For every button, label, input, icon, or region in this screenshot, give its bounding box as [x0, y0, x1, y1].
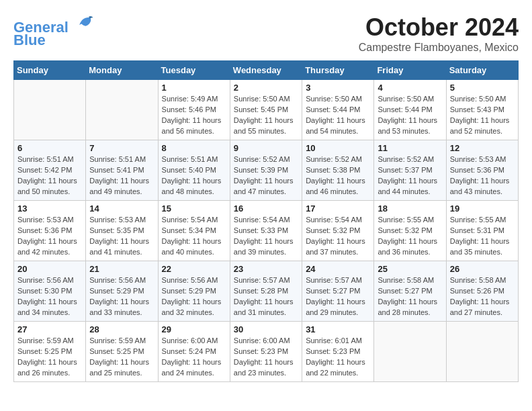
day-number: 6 — [17, 143, 82, 153]
calendar-cell: 9Sunrise: 5:52 AMSunset: 5:39 PMDaylight… — [230, 140, 302, 201]
day-number: 4 — [378, 83, 442, 93]
day-info: Sunrise: 5:59 AMSunset: 5:25 PMDaylight:… — [17, 336, 82, 379]
day-info: Sunrise: 5:49 AMSunset: 5:46 PMDaylight:… — [162, 94, 226, 137]
day-number: 24 — [306, 264, 370, 274]
calendar-cell: 14Sunrise: 5:53 AMSunset: 5:35 PMDayligh… — [86, 201, 158, 261]
calendar-cell: 16Sunrise: 5:54 AMSunset: 5:33 PMDayligh… — [230, 201, 302, 261]
day-number: 12 — [450, 143, 515, 153]
day-number: 13 — [17, 203, 82, 214]
day-number: 16 — [234, 203, 298, 214]
calendar-cell: 12Sunrise: 5:53 AMSunset: 5:36 PMDayligh… — [446, 140, 518, 201]
calendar-cell: 27Sunrise: 5:59 AMSunset: 5:25 PMDayligh… — [14, 322, 86, 382]
day-number: 17 — [306, 203, 370, 214]
logo-bird-icon — [75, 13, 94, 32]
day-number: 2 — [234, 83, 298, 93]
calendar-table: SundayMondayTuesdayWednesdayThursdayFrid… — [13, 60, 519, 382]
day-info: Sunrise: 5:51 AMSunset: 5:40 PMDaylight:… — [162, 154, 226, 197]
calendar-cell: 3Sunrise: 5:50 AMSunset: 5:44 PMDaylight… — [302, 80, 374, 140]
day-number: 5 — [450, 83, 515, 93]
day-info: Sunrise: 5:56 AMSunset: 5:30 PMDaylight:… — [17, 275, 82, 318]
calendar-cell: 18Sunrise: 5:55 AMSunset: 5:32 PMDayligh… — [374, 201, 446, 261]
day-number: 18 — [378, 203, 442, 214]
weekday-header-row: SundayMondayTuesdayWednesdayThursdayFrid… — [14, 61, 519, 80]
calendar-cell — [446, 322, 518, 382]
day-info: Sunrise: 5:56 AMSunset: 5:29 PMDaylight:… — [89, 275, 154, 318]
calendar-cell: 8Sunrise: 5:51 AMSunset: 5:40 PMDaylight… — [158, 140, 230, 201]
day-info: Sunrise: 6:00 AMSunset: 5:23 PMDaylight:… — [234, 336, 298, 379]
day-number: 14 — [89, 203, 154, 214]
calendar-cell: 21Sunrise: 5:56 AMSunset: 5:29 PMDayligh… — [86, 261, 158, 322]
calendar-cell — [86, 80, 158, 140]
day-info: Sunrise: 5:50 AMSunset: 5:44 PMDaylight:… — [306, 94, 370, 137]
day-number: 28 — [89, 324, 154, 334]
calendar-cell: 10Sunrise: 5:52 AMSunset: 5:38 PMDayligh… — [302, 140, 374, 201]
day-number: 31 — [306, 324, 370, 334]
day-info: Sunrise: 5:52 AMSunset: 5:39 PMDaylight:… — [234, 154, 298, 197]
day-number: 29 — [162, 324, 226, 334]
calendar-cell: 13Sunrise: 5:53 AMSunset: 5:36 PMDayligh… — [14, 201, 86, 261]
calendar-week-row: 20Sunrise: 5:56 AMSunset: 5:30 PMDayligh… — [14, 261, 519, 322]
day-number: 15 — [162, 203, 226, 214]
calendar-cell: 6Sunrise: 5:51 AMSunset: 5:42 PMDaylight… — [14, 140, 86, 201]
day-number: 3 — [306, 83, 370, 93]
day-info: Sunrise: 5:58 AMSunset: 5:27 PMDaylight:… — [378, 275, 442, 318]
weekday-header-monday: Monday — [86, 61, 158, 80]
day-number: 22 — [162, 264, 226, 274]
day-number: 9 — [234, 143, 298, 153]
day-number: 26 — [450, 264, 515, 274]
day-number: 27 — [17, 324, 82, 334]
title-block: October 2024 Campestre Flamboyanes, Mexi… — [359, 13, 519, 54]
weekday-header-tuesday: Tuesday — [158, 61, 230, 80]
calendar-week-row: 13Sunrise: 5:53 AMSunset: 5:36 PMDayligh… — [14, 201, 519, 261]
location: Campestre Flamboyanes, Mexico — [359, 42, 519, 54]
day-info: Sunrise: 5:54 AMSunset: 5:33 PMDaylight:… — [234, 215, 298, 258]
calendar-cell — [14, 80, 86, 140]
calendar-cell: 24Sunrise: 5:57 AMSunset: 5:27 PMDayligh… — [302, 261, 374, 322]
day-number: 1 — [162, 83, 226, 93]
day-number: 23 — [234, 264, 298, 274]
day-number: 7 — [89, 143, 154, 153]
calendar-week-row: 6Sunrise: 5:51 AMSunset: 5:42 PMDaylight… — [14, 140, 519, 201]
calendar-cell: 28Sunrise: 5:59 AMSunset: 5:25 PMDayligh… — [86, 322, 158, 382]
day-info: Sunrise: 5:55 AMSunset: 5:31 PMDaylight:… — [450, 215, 515, 258]
day-info: Sunrise: 5:50 AMSunset: 5:43 PMDaylight:… — [450, 94, 515, 137]
weekday-header-friday: Friday — [374, 61, 446, 80]
calendar-cell: 26Sunrise: 5:58 AMSunset: 5:26 PMDayligh… — [446, 261, 518, 322]
day-info: Sunrise: 5:53 AMSunset: 5:36 PMDaylight:… — [17, 215, 82, 258]
calendar-cell: 29Sunrise: 6:00 AMSunset: 5:24 PMDayligh… — [158, 322, 230, 382]
day-info: Sunrise: 5:50 AMSunset: 5:44 PMDaylight:… — [378, 94, 442, 137]
day-info: Sunrise: 5:53 AMSunset: 5:36 PMDaylight:… — [450, 154, 515, 197]
day-info: Sunrise: 5:50 AMSunset: 5:45 PMDaylight:… — [234, 94, 298, 137]
month-title: October 2024 — [359, 13, 519, 42]
calendar-cell — [374, 322, 446, 382]
day-info: Sunrise: 6:00 AMSunset: 5:24 PMDaylight:… — [162, 336, 226, 379]
calendar-cell: 11Sunrise: 5:52 AMSunset: 5:37 PMDayligh… — [374, 140, 446, 201]
calendar-cell: 22Sunrise: 5:56 AMSunset: 5:29 PMDayligh… — [158, 261, 230, 322]
day-info: Sunrise: 5:56 AMSunset: 5:29 PMDaylight:… — [162, 275, 226, 318]
day-info: Sunrise: 5:52 AMSunset: 5:37 PMDaylight:… — [378, 154, 442, 197]
day-info: Sunrise: 5:52 AMSunset: 5:38 PMDaylight:… — [306, 154, 370, 197]
day-number: 30 — [234, 324, 298, 334]
day-info: Sunrise: 5:59 AMSunset: 5:25 PMDaylight:… — [89, 336, 154, 379]
calendar-cell: 20Sunrise: 5:56 AMSunset: 5:30 PMDayligh… — [14, 261, 86, 322]
calendar-cell: 30Sunrise: 6:00 AMSunset: 5:23 PMDayligh… — [230, 322, 302, 382]
day-info: Sunrise: 5:53 AMSunset: 5:35 PMDaylight:… — [89, 215, 154, 258]
day-number: 8 — [162, 143, 226, 153]
page-header: General Blue October 2024 Campestre Flam… — [13, 13, 519, 54]
calendar-cell: 31Sunrise: 6:01 AMSunset: 5:23 PMDayligh… — [302, 322, 374, 382]
day-number: 21 — [89, 264, 154, 274]
calendar-cell: 17Sunrise: 5:54 AMSunset: 5:32 PMDayligh… — [302, 201, 374, 261]
day-info: Sunrise: 5:57 AMSunset: 5:28 PMDaylight:… — [234, 275, 298, 318]
calendar-week-row: 27Sunrise: 5:59 AMSunset: 5:25 PMDayligh… — [14, 322, 519, 382]
calendar-cell: 23Sunrise: 5:57 AMSunset: 5:28 PMDayligh… — [230, 261, 302, 322]
calendar-cell: 15Sunrise: 5:54 AMSunset: 5:34 PMDayligh… — [158, 201, 230, 261]
day-info: Sunrise: 5:51 AMSunset: 5:41 PMDaylight:… — [89, 154, 154, 197]
weekday-header-thursday: Thursday — [302, 61, 374, 80]
weekday-header-saturday: Saturday — [446, 61, 518, 80]
day-info: Sunrise: 5:54 AMSunset: 5:34 PMDaylight:… — [162, 215, 226, 258]
weekday-header-wednesday: Wednesday — [230, 61, 302, 80]
calendar-cell: 5Sunrise: 5:50 AMSunset: 5:43 PMDaylight… — [446, 80, 518, 140]
day-number: 25 — [378, 264, 442, 274]
day-number: 11 — [378, 143, 442, 153]
calendar-cell: 19Sunrise: 5:55 AMSunset: 5:31 PMDayligh… — [446, 201, 518, 261]
